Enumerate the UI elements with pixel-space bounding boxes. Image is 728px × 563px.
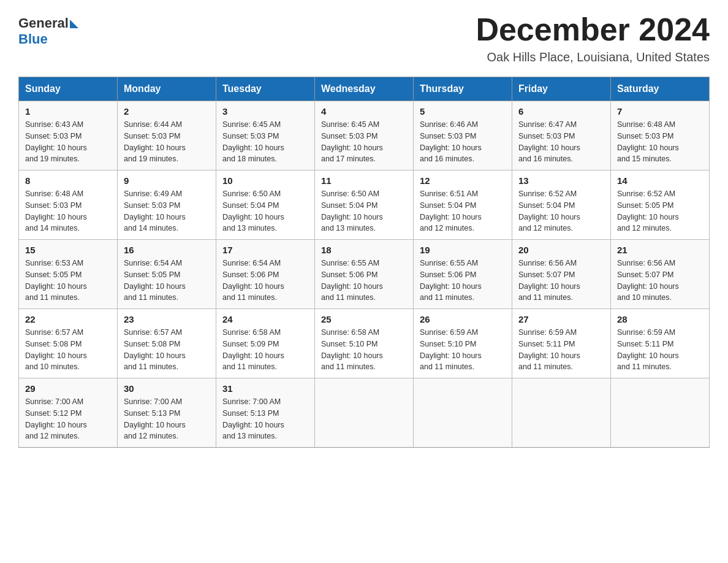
calendar-day-cell: 8Sunrise: 6:48 AMSunset: 5:03 PMDaylight… [19, 170, 118, 240]
day-info: Sunrise: 6:52 AMSunset: 5:05 PMDaylight:… [617, 188, 703, 234]
day-info: Sunrise: 6:44 AMSunset: 5:03 PMDaylight:… [124, 119, 210, 165]
day-number: 21 [617, 245, 703, 255]
day-of-week-header: Sunday [19, 77, 118, 101]
day-number: 23 [124, 314, 210, 324]
calendar-day-cell: 10Sunrise: 6:50 AMSunset: 5:04 PMDayligh… [216, 170, 315, 240]
calendar-day-cell [611, 378, 710, 448]
day-number: 8 [25, 175, 111, 186]
calendar-day-cell: 28Sunrise: 6:59 AMSunset: 5:11 PMDayligh… [611, 309, 710, 378]
calendar-day-cell: 1Sunrise: 6:43 AMSunset: 5:03 PMDaylight… [19, 101, 118, 170]
day-info: Sunrise: 6:59 AMSunset: 5:11 PMDaylight:… [617, 327, 703, 373]
calendar-week-row: 1Sunrise: 6:43 AMSunset: 5:03 PMDaylight… [19, 101, 710, 170]
day-number: 29 [25, 383, 111, 394]
calendar-week-row: 29Sunrise: 7:00 AMSunset: 5:12 PMDayligh… [19, 378, 710, 448]
calendar-day-cell: 18Sunrise: 6:55 AMSunset: 5:06 PMDayligh… [315, 240, 414, 309]
day-number: 1 [25, 106, 111, 117]
day-info: Sunrise: 6:58 AMSunset: 5:10 PMDaylight:… [321, 327, 407, 373]
day-info: Sunrise: 6:57 AMSunset: 5:08 PMDaylight:… [124, 327, 210, 373]
day-number: 27 [518, 314, 604, 324]
day-number: 13 [518, 175, 604, 186]
calendar-week-row: 15Sunrise: 6:53 AMSunset: 5:05 PMDayligh… [19, 240, 710, 309]
calendar-day-cell: 12Sunrise: 6:51 AMSunset: 5:04 PMDayligh… [414, 170, 512, 240]
calendar-day-cell: 20Sunrise: 6:56 AMSunset: 5:07 PMDayligh… [512, 240, 611, 309]
day-of-week-header: Saturday [611, 77, 710, 101]
calendar-day-cell [315, 378, 414, 448]
day-info: Sunrise: 6:48 AMSunset: 5:03 PMDaylight:… [617, 119, 703, 165]
page-header: General Blue December 2024 Oak Hills Pla… [18, 12, 710, 64]
calendar-day-cell: 14Sunrise: 6:52 AMSunset: 5:05 PMDayligh… [611, 170, 710, 240]
day-number: 20 [518, 245, 604, 255]
month-title: December 2024 [476, 12, 710, 47]
day-number: 9 [124, 175, 210, 186]
calendar-table: SundayMondayTuesdayWednesdayThursdayFrid… [18, 77, 710, 448]
day-info: Sunrise: 6:51 AMSunset: 5:04 PMDaylight:… [420, 188, 506, 234]
calendar-day-cell: 16Sunrise: 6:54 AMSunset: 5:05 PMDayligh… [118, 240, 216, 309]
day-info: Sunrise: 6:55 AMSunset: 5:06 PMDaylight:… [321, 258, 407, 304]
location-title: Oak Hills Place, Louisiana, United State… [476, 50, 710, 64]
day-number: 15 [25, 245, 111, 255]
title-section: December 2024 Oak Hills Place, Louisiana… [476, 12, 710, 64]
calendar-day-cell: 11Sunrise: 6:50 AMSunset: 5:04 PMDayligh… [315, 170, 414, 240]
day-number: 3 [222, 106, 308, 117]
day-info: Sunrise: 6:57 AMSunset: 5:08 PMDaylight:… [25, 327, 111, 373]
calendar-day-cell: 7Sunrise: 6:48 AMSunset: 5:03 PMDaylight… [611, 101, 710, 170]
day-number: 7 [617, 106, 703, 117]
day-info: Sunrise: 6:59 AMSunset: 5:10 PMDaylight:… [420, 327, 506, 373]
calendar-day-cell: 3Sunrise: 6:45 AMSunset: 5:03 PMDaylight… [216, 101, 315, 170]
day-number: 4 [321, 106, 407, 117]
logo-top: General [18, 15, 78, 31]
day-number: 25 [321, 314, 407, 324]
day-number: 14 [617, 175, 703, 186]
calendar-week-row: 8Sunrise: 6:48 AMSunset: 5:03 PMDaylight… [19, 170, 710, 240]
day-of-week-header: Tuesday [216, 77, 315, 101]
day-of-week-header: Friday [512, 77, 611, 101]
day-number: 30 [124, 383, 210, 394]
calendar-day-cell: 19Sunrise: 6:55 AMSunset: 5:06 PMDayligh… [414, 240, 512, 309]
day-info: Sunrise: 6:45 AMSunset: 5:03 PMDaylight:… [222, 119, 308, 165]
calendar-day-cell: 2Sunrise: 6:44 AMSunset: 5:03 PMDaylight… [118, 101, 216, 170]
calendar-day-cell: 6Sunrise: 6:47 AMSunset: 5:03 PMDaylight… [512, 101, 611, 170]
calendar-day-cell: 5Sunrise: 6:46 AMSunset: 5:03 PMDaylight… [414, 101, 512, 170]
day-info: Sunrise: 6:47 AMSunset: 5:03 PMDaylight:… [518, 119, 604, 165]
logo-blue-text: Blue [18, 31, 48, 47]
calendar-day-cell: 24Sunrise: 6:58 AMSunset: 5:09 PMDayligh… [216, 309, 315, 378]
day-info: Sunrise: 6:46 AMSunset: 5:03 PMDaylight:… [420, 119, 506, 165]
calendar-day-cell: 13Sunrise: 6:52 AMSunset: 5:04 PMDayligh… [512, 170, 611, 240]
calendar-day-cell: 31Sunrise: 7:00 AMSunset: 5:13 PMDayligh… [216, 378, 315, 448]
calendar-day-cell [512, 378, 611, 448]
day-info: Sunrise: 6:43 AMSunset: 5:03 PMDaylight:… [25, 119, 111, 165]
calendar-day-cell: 22Sunrise: 6:57 AMSunset: 5:08 PMDayligh… [19, 309, 118, 378]
day-info: Sunrise: 6:56 AMSunset: 5:07 PMDaylight:… [617, 258, 703, 304]
day-info: Sunrise: 6:55 AMSunset: 5:06 PMDaylight:… [420, 258, 506, 304]
calendar-day-cell: 9Sunrise: 6:49 AMSunset: 5:03 PMDaylight… [118, 170, 216, 240]
calendar-day-cell [414, 378, 512, 448]
day-of-week-header: Monday [118, 77, 216, 101]
calendar-day-cell: 30Sunrise: 7:00 AMSunset: 5:13 PMDayligh… [118, 378, 216, 448]
calendar-day-cell: 26Sunrise: 6:59 AMSunset: 5:10 PMDayligh… [414, 309, 512, 378]
calendar-day-cell: 25Sunrise: 6:58 AMSunset: 5:10 PMDayligh… [315, 309, 414, 378]
day-number: 28 [617, 314, 703, 324]
calendar-day-cell: 4Sunrise: 6:45 AMSunset: 5:03 PMDaylight… [315, 101, 414, 170]
day-number: 16 [124, 245, 210, 255]
day-info: Sunrise: 6:48 AMSunset: 5:03 PMDaylight:… [25, 188, 111, 234]
day-of-week-header: Thursday [414, 77, 512, 101]
day-of-week-header: Wednesday [315, 77, 414, 101]
calendar-day-cell: 17Sunrise: 6:54 AMSunset: 5:06 PMDayligh… [216, 240, 315, 309]
day-number: 5 [420, 106, 506, 117]
day-info: Sunrise: 6:59 AMSunset: 5:11 PMDaylight:… [518, 327, 604, 373]
day-info: Sunrise: 7:00 AMSunset: 5:13 PMDaylight:… [124, 396, 210, 442]
day-number: 18 [321, 245, 407, 255]
day-number: 11 [321, 175, 407, 186]
logo: General Blue [18, 12, 78, 47]
day-info: Sunrise: 7:00 AMSunset: 5:12 PMDaylight:… [25, 396, 111, 442]
day-number: 12 [420, 175, 506, 186]
calendar-day-cell: 27Sunrise: 6:59 AMSunset: 5:11 PMDayligh… [512, 309, 611, 378]
logo-general-text: General [18, 15, 69, 31]
day-number: 17 [222, 245, 308, 255]
day-info: Sunrise: 6:50 AMSunset: 5:04 PMDaylight:… [222, 188, 308, 234]
day-number: 22 [25, 314, 111, 324]
day-number: 19 [420, 245, 506, 255]
day-info: Sunrise: 6:58 AMSunset: 5:09 PMDaylight:… [222, 327, 308, 373]
day-number: 31 [222, 383, 308, 394]
logo-triangle-icon [70, 20, 78, 28]
